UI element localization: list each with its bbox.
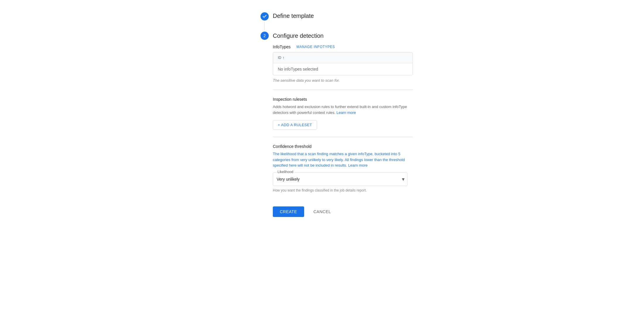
infotypes-helper-text: The sensitive data you want to scan for. [273, 78, 413, 83]
likelihood-field-helper: How you want the findings classified in … [273, 188, 413, 192]
likelihood-select-wrapper: Very unlikely Unlikely Possible Likely V… [273, 172, 407, 186]
no-infotypes-message: No infoTypes selected [278, 67, 318, 71]
inspection-learn-more-link[interactable]: Learn more [337, 110, 356, 115]
cancel-button[interactable]: CANCEL [309, 206, 336, 217]
infotypes-header: InfoTypes MANAGE INFOTYPES [273, 45, 413, 49]
confidence-learn-more-link[interactable]: Learn more [348, 163, 367, 167]
step1-row: Define template [261, 12, 413, 20]
step2-title: Configure detection [273, 32, 323, 40]
configure-detection-content: InfoTypes MANAGE INFOTYPES ID ↑ No infoT… [273, 45, 413, 192]
likelihood-select[interactable]: Very unlikely Unlikely Possible Likely V… [273, 172, 407, 186]
table-header-row: ID ↑ [273, 52, 412, 63]
step2-row: 2 Configure detection [261, 32, 413, 40]
confidence-threshold-desc: The likelihood that a scan finding match… [273, 151, 413, 168]
likelihood-field: Likelihood Very unlikely Unlikely Possib… [273, 172, 413, 186]
manage-infotypes-link[interactable]: MANAGE INFOTYPES [297, 45, 335, 49]
infotypes-table: ID ↑ No infoTypes selected [273, 52, 413, 75]
create-button[interactable]: CREATE [273, 206, 304, 217]
sort-up-icon[interactable]: ↑ [282, 55, 285, 60]
likelihood-label: Likelihood [276, 170, 294, 174]
inspection-rulesets-desc: Adds hotword and exclusion rules to furt… [273, 104, 413, 115]
step1-complete-icon [261, 12, 269, 20]
inspection-rulesets-title: Inspection rulesets [273, 97, 413, 102]
step-connector [264, 22, 265, 30]
step1-title: Define template [273, 12, 314, 20]
action-buttons: CREATE CANCEL [273, 206, 413, 217]
step2-number-icon: 2 [261, 32, 269, 40]
confidence-threshold-title: Confidence threshold [273, 144, 413, 149]
divider-1 [273, 90, 413, 90]
infotypes-label: InfoTypes [273, 45, 291, 49]
divider-2 [273, 137, 413, 137]
add-ruleset-button[interactable]: + ADD A RULESET [273, 120, 317, 130]
table-body: No infoTypes selected [273, 63, 412, 75]
table-column-id: ID ↑ [278, 55, 285, 60]
